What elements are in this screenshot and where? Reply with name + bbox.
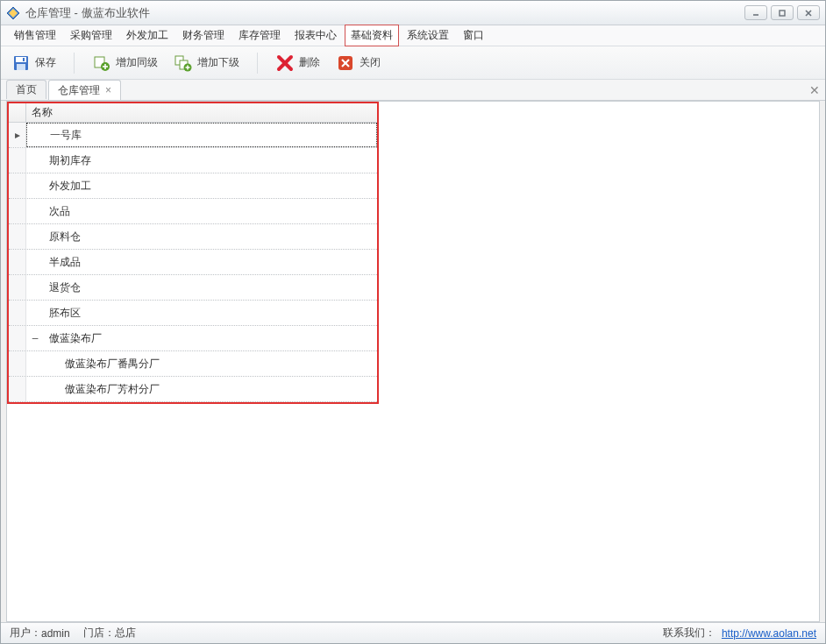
tree-row[interactable]: –傲蓝染布厂: [9, 326, 377, 351]
add-child-icon: [174, 53, 193, 73]
svg-rect-9: [23, 58, 25, 61]
close-button[interactable]: 关闭: [334, 52, 382, 74]
contact-label: 联系我们：: [663, 626, 716, 640]
tree-row[interactable]: 退货仓: [9, 275, 377, 301]
status-store: 总店: [115, 626, 136, 640]
menu-item-6[interactable]: 基础资料: [345, 25, 399, 46]
row-gutter: [9, 326, 26, 350]
row-gutter: [9, 224, 26, 249]
close-window-button[interactable]: [797, 5, 820, 20]
close-label: 关闭: [360, 55, 381, 70]
tab-label: 仓库管理: [58, 83, 100, 98]
menu-item-3[interactable]: 财务管理: [176, 25, 231, 46]
tab-1[interactable]: 仓库管理×: [48, 80, 121, 100]
row-gutter: [9, 275, 26, 300]
expand-icon[interactable]: –: [26, 332, 44, 344]
status-user: admin: [41, 627, 70, 640]
add-sibling-button[interactable]: 增加同级: [90, 52, 160, 74]
row-gutter: [9, 250, 26, 274]
row-label: 一号库: [45, 128, 376, 143]
menu-item-4[interactable]: 库存管理: [232, 25, 287, 46]
row-label: 胚布区: [44, 306, 377, 321]
tree-row[interactable]: 傲蓝染布厂番禺分厂: [9, 351, 377, 377]
contact-link[interactable]: http://www.aolan.net: [722, 627, 816, 640]
grid-gutter-header: [9, 103, 26, 122]
tree-row[interactable]: 半成品: [9, 250, 377, 275]
app-icon: [6, 6, 20, 20]
add-sibling-label: 增加同级: [116, 55, 158, 70]
save-label: 保存: [35, 55, 56, 70]
row-gutter: [9, 173, 26, 198]
titlebar: 仓库管理 - 傲蓝布业软件: [1, 1, 825, 25]
delete-icon: [275, 53, 295, 73]
add-child-label: 增加下级: [197, 55, 239, 70]
svg-rect-3: [780, 11, 785, 16]
tab-close-icon[interactable]: ×: [103, 84, 111, 96]
close-icon: [336, 53, 355, 73]
row-gutter: [9, 199, 26, 223]
column-name-header[interactable]: 名称: [26, 105, 377, 120]
add-child-button[interactable]: 增加下级: [172, 52, 241, 74]
menu-item-8[interactable]: 窗口: [457, 25, 490, 46]
menu-item-0[interactable]: 销售管理: [8, 25, 62, 46]
status-user-label: 用户：: [10, 626, 41, 640]
tab-0[interactable]: 首页: [6, 80, 46, 99]
grid-header: 名称: [9, 103, 377, 123]
row-label: 期初库存: [44, 153, 377, 168]
tree-row[interactable]: 胚布区: [9, 301, 377, 326]
status-bar: 用户： admin 门店： 总店 联系我们： http://www.aolan.…: [1, 622, 825, 643]
tree-row[interactable]: 期初库存: [9, 148, 377, 173]
window-title: 仓库管理 - 傲蓝布业软件: [25, 5, 744, 21]
svg-rect-8: [17, 64, 25, 70]
row-gutter: [9, 148, 26, 173]
minimize-button[interactable]: [744, 5, 767, 20]
row-gutter: [9, 301, 26, 325]
menu-item-1[interactable]: 采购管理: [64, 25, 118, 46]
maximize-button[interactable]: [771, 5, 794, 20]
tab-bar: 首页仓库管理× ✕: [1, 80, 825, 101]
menu-item-7[interactable]: 系统设置: [401, 25, 455, 46]
tree-row[interactable]: 原料仓: [9, 224, 377, 250]
row-label: 傲蓝染布厂芳村分厂: [61, 382, 377, 397]
row-label: 次品: [44, 204, 377, 219]
row-label: 退货仓: [44, 280, 377, 295]
tree-row[interactable]: ▸一号库: [9, 123, 377, 148]
add-sibling-icon: [92, 53, 111, 73]
tree-row[interactable]: 次品: [9, 199, 377, 224]
row-label: 傲蓝染布厂: [44, 331, 377, 346]
save-button[interactable]: 保存: [10, 52, 58, 74]
tree-row[interactable]: 外发加工: [9, 173, 377, 199]
toolbar: 保存 增加同级 增加下级 删除 关闭: [1, 46, 825, 80]
row-label: 原料仓: [44, 230, 377, 244]
row-label: 外发加工: [44, 179, 377, 194]
tabs-close-icon[interactable]: ✕: [809, 83, 820, 97]
delete-label: 删除: [299, 55, 320, 70]
row-gutter: [9, 377, 26, 401]
svg-rect-7: [16, 57, 26, 62]
status-store-label: 门店：: [83, 626, 115, 640]
menubar: 销售管理采购管理外发加工财务管理库存管理报表中心基础资料系统设置窗口: [1, 25, 825, 46]
row-gutter: [9, 351, 26, 376]
row-label: 傲蓝染布厂番禺分厂: [61, 357, 377, 372]
warehouse-tree-panel: 名称 ▸一号库期初库存外发加工次品原料仓半成品退货仓胚布区–傲蓝染布厂傲蓝染布厂…: [7, 102, 379, 404]
menu-item-5[interactable]: 报表中心: [288, 25, 343, 46]
save-icon: [11, 53, 31, 73]
delete-button[interactable]: 删除: [274, 52, 322, 74]
menu-item-2[interactable]: 外发加工: [120, 25, 174, 46]
tab-label: 首页: [16, 82, 37, 97]
tree-row[interactable]: 傲蓝染布厂芳村分厂: [9, 377, 377, 402]
row-gutter: ▸: [9, 123, 26, 147]
content-area: 名称 ▸一号库期初库存外发加工次品原料仓半成品退货仓胚布区–傲蓝染布厂傲蓝染布厂…: [6, 101, 820, 622]
row-label: 半成品: [44, 255, 377, 270]
